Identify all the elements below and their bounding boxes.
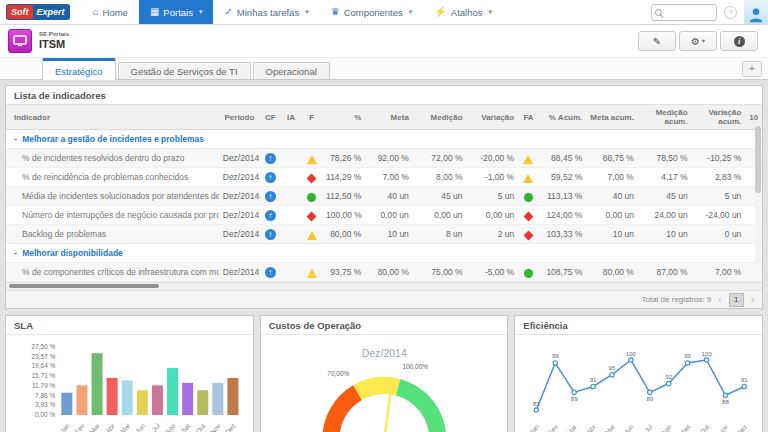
indicator-row[interactable]: % de componentes críticos de infraestrut…	[6, 263, 762, 282]
eficiencia-line-chart: 83Jan99Fev89Mar91Abr95Mai100Jun89Jul92Ag…	[515, 335, 762, 432]
horizontal-scrollbar[interactable]	[6, 282, 762, 290]
nav-portais[interactable]: ▦ Portais ▾	[139, 0, 214, 24]
svg-text:11,79 %: 11,79 %	[32, 382, 56, 389]
svg-text:0,00 %: 0,00 %	[35, 411, 55, 418]
column-header[interactable]: CF	[260, 105, 281, 130]
panel-title: Lista de indicadores	[6, 86, 762, 105]
search-input[interactable]	[662, 7, 713, 18]
indicator-row[interactable]: Média de incidentes solucionados por ate…	[6, 187, 762, 206]
info-icon: i	[734, 36, 745, 47]
column-header[interactable]: FA	[518, 105, 539, 130]
nav-atalhos[interactable]: ⚡ Atalhos ▾	[423, 0, 503, 24]
column-header[interactable]: F	[301, 105, 322, 130]
svg-text:Abr: Abr	[104, 422, 116, 432]
svg-text:95: 95	[609, 366, 616, 372]
svg-text:Jun: Jun	[134, 422, 146, 432]
indicator-row[interactable]: Número de interrupções de negócio causad…	[6, 206, 762, 225]
portal-header: SE Portais ITSM ✎ ⚙ ▾ i	[0, 25, 768, 58]
cf-icon: ↑	[265, 172, 276, 183]
column-header[interactable]: Medição acum.	[638, 105, 692, 130]
indicator-row[interactable]: Backlog de problemasDez/2014↑80,00 %10 u…	[6, 225, 762, 244]
yellow-triangle-icon	[523, 174, 533, 183]
svg-text:Out: Out	[194, 422, 206, 432]
bar-Dez	[227, 378, 238, 415]
scrollbar-thumb[interactable]	[9, 284, 159, 288]
indicator-row[interactable]: % de incidentes resolvidos dentro do pra…	[6, 149, 762, 168]
data-point	[610, 373, 614, 377]
bar-Set	[182, 383, 193, 415]
data-point	[629, 358, 633, 362]
column-header[interactable]: Indicador	[6, 105, 219, 130]
svg-text:Ago: Ago	[163, 422, 177, 432]
svg-text:88: 88	[722, 400, 729, 406]
chevron-down-icon: ▾	[488, 8, 492, 16]
tab-operacional[interactable]: Operacional	[253, 62, 330, 79]
svg-text:3,93 %: 3,93 %	[35, 402, 55, 409]
column-header[interactable]: %	[322, 105, 365, 130]
svg-text:19,64 %: 19,64 %	[31, 363, 55, 370]
column-header[interactable]: Período	[219, 105, 260, 130]
svg-text:27,50 %: 27,50 %	[31, 343, 55, 350]
add-tab-button[interactable]: +	[742, 61, 762, 77]
tab-gestao-servicos-ti[interactable]: Gestão de Serviços de TI	[118, 62, 251, 79]
svg-text:Jan: Jan	[528, 423, 540, 432]
column-header[interactable]: IA	[281, 105, 302, 130]
data-point	[742, 385, 746, 389]
nav-minhas-tarefas[interactable]: ✓ Minhas tarefas ▾	[213, 0, 319, 24]
column-header[interactable]: Meta acum.	[586, 105, 638, 130]
column-header[interactable]: Meta	[365, 105, 413, 130]
yellow-triangle-icon	[307, 231, 317, 240]
softexpert-logo: Soft Expert	[6, 0, 70, 24]
cf-icon: ↑	[265, 229, 276, 240]
group-label: Melhorar disponibilidade	[20, 248, 123, 258]
next-page-icon[interactable]: ›	[751, 295, 754, 305]
cf-icon: ↑	[265, 153, 276, 164]
gauge-segment	[322, 386, 362, 432]
nav-home[interactable]: ⌂ Home	[82, 0, 139, 24]
help-icon[interactable]: ?	[724, 6, 737, 19]
user-avatar[interactable]	[744, 0, 768, 24]
portal-actions: ✎ ⚙ ▾ i	[638, 31, 760, 51]
edit-button[interactable]: ✎	[638, 31, 676, 51]
table-header-row: IndicadorPeríodoCFIAF%MetaMediçãoVariaçã…	[6, 105, 762, 130]
svg-text:Nov: Nov	[209, 422, 222, 432]
info-button[interactable]: i	[720, 31, 758, 51]
indicator-name-cell: % de componentes críticos de infraestrut…	[6, 263, 219, 282]
vertical-scrollbar[interactable]	[755, 126, 761, 266]
cf-icon: ↑	[265, 267, 276, 278]
red-diamond-icon	[524, 230, 534, 240]
bar-Out	[197, 391, 208, 416]
indicators-table: IndicadorPeríodoCFIAF%MetaMediçãoVariaçã…	[6, 105, 762, 282]
indicator-group-row[interactable]: - Melhorar disponibilidade	[6, 244, 762, 263]
brand-expert: Expert	[33, 4, 70, 20]
prev-page-icon[interactable]: ‹	[718, 295, 721, 305]
eficiencia-panel: Eficiência 83Jan99Fev89Mar91Abr95Mai100J…	[514, 315, 763, 432]
tab-estrategico[interactable]: Estratégico	[42, 58, 116, 80]
red-diamond-icon	[307, 173, 317, 183]
page-number-button[interactable]: 1	[729, 293, 744, 307]
data-point	[648, 391, 652, 395]
scrollbar-thumb[interactable]	[755, 126, 761, 193]
column-header[interactable]: Variação	[467, 105, 519, 130]
red-diamond-icon	[307, 211, 317, 221]
column-header[interactable]: Medição	[413, 105, 467, 130]
svg-text:Mar: Mar	[88, 422, 101, 432]
svg-text:Jul: Jul	[643, 423, 654, 432]
itsm-portal-icon	[8, 29, 32, 53]
chevron-down-icon: ▾	[702, 37, 705, 45]
svg-text:Mai: Mai	[119, 423, 131, 432]
column-header[interactable]: Variação acum.	[692, 105, 746, 130]
column-header[interactable]: % Acum.	[539, 105, 587, 130]
indicator-row[interactable]: % de reincidência de problemas conhecido…	[6, 168, 762, 187]
settings-button[interactable]: ⚙ ▾	[679, 31, 717, 51]
search-box[interactable]	[651, 4, 717, 21]
svg-text:100: 100	[702, 351, 713, 357]
eficiencia-chart-title: Eficiência	[515, 316, 762, 335]
portals-icon: ▦	[150, 7, 159, 17]
monitor-icon	[13, 35, 27, 47]
svg-text:89: 89	[571, 397, 578, 403]
portal-tabs: Estratégico Gestão de Serviços de TI Ope…	[0, 58, 768, 80]
cf-icon: ↑	[265, 210, 276, 221]
indicator-group-row[interactable]: - Melhorar a gestão de incidentes e prob…	[6, 130, 762, 149]
nav-componentes[interactable]: ♛ Componentes ▾	[320, 0, 424, 24]
